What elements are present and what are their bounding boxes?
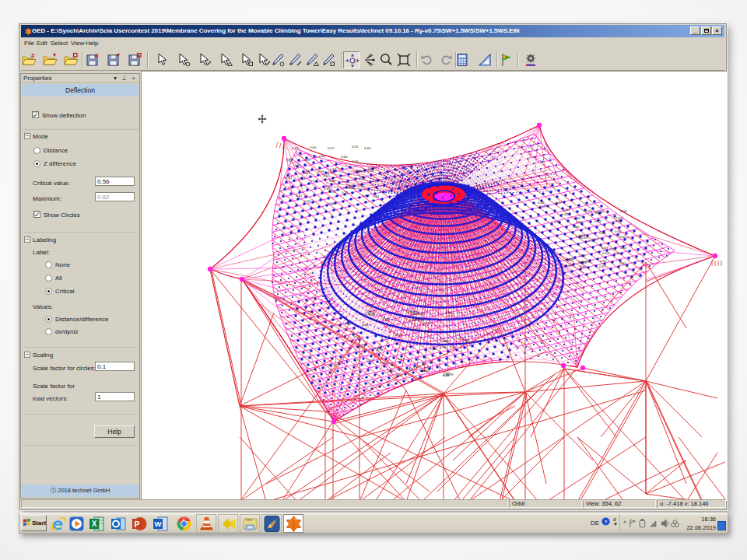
svg-text:0.57: 0.57: [556, 201, 563, 205]
svg-text:0.60: 0.60: [562, 212, 569, 216]
svg-text:0.60: 0.60: [445, 310, 452, 314]
svg-text:0.60: 0.60: [579, 233, 586, 237]
svg-text:0.59: 0.59: [458, 337, 465, 341]
svg-text:0.62: 0.62: [450, 345, 457, 349]
svg-text:P: P: [134, 520, 139, 529]
svg-text:0.62: 0.62: [398, 357, 405, 361]
svg-text:0.62: 0.62: [602, 251, 609, 255]
svg-text:0.61: 0.61: [373, 194, 380, 198]
svg-text:0.60: 0.60: [382, 317, 389, 321]
svg-text:0.62: 0.62: [538, 201, 545, 205]
svg-text:0.61: 0.61: [563, 208, 570, 212]
svg-text:0.63: 0.63: [323, 173, 330, 177]
svg-text:0.62: 0.62: [345, 322, 352, 326]
svg-text:0.62: 0.62: [424, 330, 431, 334]
svg-text:0.61: 0.61: [362, 323, 369, 327]
svg-text:0.61: 0.61: [600, 259, 607, 263]
svg-text:0.62: 0.62: [592, 237, 599, 241]
svg-text:0.57: 0.57: [444, 339, 451, 343]
svg-text:0.61: 0.61: [446, 314, 453, 318]
svg-text:0.61: 0.61: [580, 261, 587, 264]
svg-text:0.62: 0.62: [619, 261, 626, 265]
svg-text:0.63: 0.63: [601, 246, 608, 250]
svg-text:0.57: 0.57: [328, 363, 335, 367]
svg-text:0.59: 0.59: [539, 205, 546, 208]
svg-text:0.59: 0.59: [566, 264, 573, 268]
svg-text:0.60: 0.60: [579, 254, 586, 257]
svg-text:0.62: 0.62: [352, 159, 359, 163]
svg-text:0.63: 0.63: [395, 333, 402, 337]
svg-text:?: ?: [605, 519, 608, 525]
svg-text:0.60: 0.60: [364, 146, 371, 150]
svg-text:0.58: 0.58: [597, 210, 604, 214]
svg-text:0.59: 0.59: [317, 170, 324, 173]
svg-text:0.59: 0.59: [447, 373, 454, 376]
svg-text:0.61: 0.61: [299, 177, 306, 180]
svg-text:0.60: 0.60: [614, 251, 621, 255]
svg-text:0.58: 0.58: [412, 327, 419, 331]
svg-text:0.60: 0.60: [409, 318, 416, 322]
svg-text:0.63: 0.63: [594, 219, 601, 223]
svg-text:0.61: 0.61: [296, 194, 303, 198]
svg-text:0.60: 0.60: [329, 179, 336, 183]
svg-text:0.59: 0.59: [554, 220, 561, 224]
svg-text:X: X: [92, 520, 97, 528]
svg-text:0.63: 0.63: [292, 146, 299, 150]
svg-text:0.60: 0.60: [573, 225, 580, 229]
svg-text:0.61: 0.61: [406, 367, 413, 371]
svg-text:#: #: [95, 52, 99, 59]
svg-text:0.60: 0.60: [619, 235, 626, 239]
svg-text:0.62: 0.62: [599, 231, 606, 235]
svg-text:0.61: 0.61: [363, 194, 370, 198]
svg-text:0.60: 0.60: [419, 369, 426, 373]
svg-text:0.61: 0.61: [352, 145, 359, 149]
svg-text:0.62: 0.62: [346, 184, 353, 187]
svg-text:0.60: 0.60: [580, 264, 587, 268]
svg-text:W: W: [155, 520, 162, 528]
svg-text:0.60: 0.60: [310, 145, 317, 149]
svg-text:0.61: 0.61: [586, 209, 593, 213]
svg-text:0.57: 0.57: [304, 158, 311, 162]
svg-text:0.57: 0.57: [615, 219, 622, 223]
svg-text:0.58: 0.58: [430, 347, 437, 351]
svg-text:0.60: 0.60: [355, 169, 362, 173]
svg-text:0.62: 0.62: [599, 264, 606, 268]
svg-text:0.62: 0.62: [294, 163, 301, 167]
svg-text:0.62: 0.62: [304, 199, 311, 203]
svg-text:0.60: 0.60: [341, 155, 348, 159]
svg-text:0.60: 0.60: [328, 201, 335, 205]
svg-text:0.61: 0.61: [620, 246, 627, 250]
svg-text:0.62: 0.62: [319, 154, 326, 158]
svg-text:0.63: 0.63: [358, 184, 365, 187]
svg-text:0.57: 0.57: [374, 346, 381, 350]
svg-text:0.62: 0.62: [359, 177, 366, 180]
svg-text:0.59: 0.59: [418, 312, 425, 316]
svg-text:0.63: 0.63: [369, 313, 376, 317]
svg-text:#: #: [31, 52, 35, 59]
svg-text:0.58: 0.58: [620, 209, 627, 213]
svg-text:0.60: 0.60: [372, 179, 379, 183]
svg-text:0.58: 0.58: [367, 169, 374, 173]
svg-text:0.57: 0.57: [408, 310, 415, 313]
svg-text:0.57: 0.57: [328, 146, 335, 150]
svg-text:0.62: 0.62: [566, 257, 573, 261]
svg-text:0.58: 0.58: [329, 190, 336, 194]
svg-text:0.59: 0.59: [423, 321, 430, 325]
svg-text:0.58: 0.58: [342, 191, 349, 194]
svg-text:0.61: 0.61: [288, 185, 295, 189]
svg-text:0.60: 0.60: [615, 229, 622, 233]
svg-text:0.58: 0.58: [440, 345, 447, 349]
svg-text:0.59: 0.59: [576, 220, 583, 224]
svg-text:0.57: 0.57: [310, 179, 317, 183]
